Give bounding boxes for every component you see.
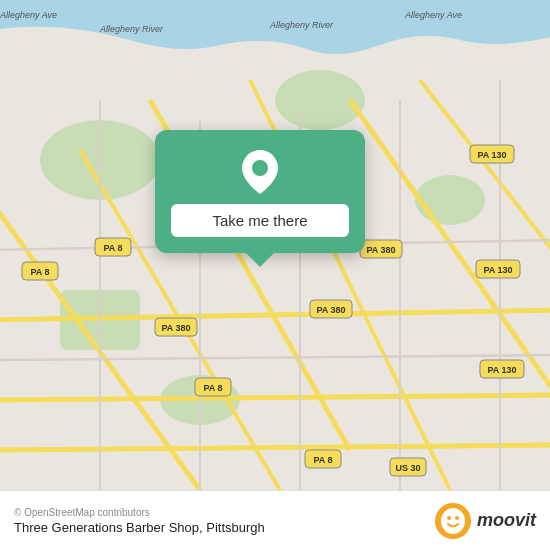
svg-text:PA 380: PA 380 xyxy=(316,305,345,315)
svg-text:PA 130: PA 130 xyxy=(487,365,516,375)
bottom-bar: © OpenStreetMap contributors Three Gener… xyxy=(0,490,550,550)
svg-point-49 xyxy=(441,508,465,534)
svg-point-50 xyxy=(447,516,451,520)
svg-text:PA 380: PA 380 xyxy=(366,245,395,255)
svg-text:PA 130: PA 130 xyxy=(483,265,512,275)
moovit-wordmark: moovit xyxy=(477,510,536,531)
svg-point-3 xyxy=(415,175,485,225)
place-name: Three Generations Barber Shop, Pittsburg… xyxy=(14,520,265,535)
svg-text:US 30: US 30 xyxy=(395,463,420,473)
svg-point-51 xyxy=(455,516,459,520)
svg-text:Allegheny River: Allegheny River xyxy=(99,24,164,34)
svg-text:Allegheny Ave: Allegheny Ave xyxy=(404,10,462,20)
svg-text:Allegheny River: Allegheny River xyxy=(269,20,334,30)
svg-text:PA 130: PA 130 xyxy=(477,150,506,160)
location-icon xyxy=(238,150,282,194)
take-me-there-button[interactable]: Take me there xyxy=(171,204,349,237)
moovit-logo[interactable]: moovit xyxy=(435,503,536,539)
svg-text:PA 8: PA 8 xyxy=(103,243,122,253)
svg-text:PA 380: PA 380 xyxy=(161,323,190,333)
svg-text:PA 8: PA 8 xyxy=(203,383,222,393)
svg-text:Allegheny Ave: Allegheny Ave xyxy=(0,10,57,20)
map-container: PA 8 PA 8 PA 8 PA 380 PA 380 PA 380 PA 1… xyxy=(0,0,550,490)
svg-text:PA 8: PA 8 xyxy=(30,267,49,277)
svg-text:PA 8: PA 8 xyxy=(313,455,332,465)
svg-point-48 xyxy=(252,160,268,176)
popup-card: Take me there xyxy=(155,130,365,253)
bottom-left: © OpenStreetMap contributors Three Gener… xyxy=(14,507,265,535)
copyright-text: © OpenStreetMap contributors xyxy=(14,507,265,518)
moovit-icon xyxy=(435,503,471,539)
